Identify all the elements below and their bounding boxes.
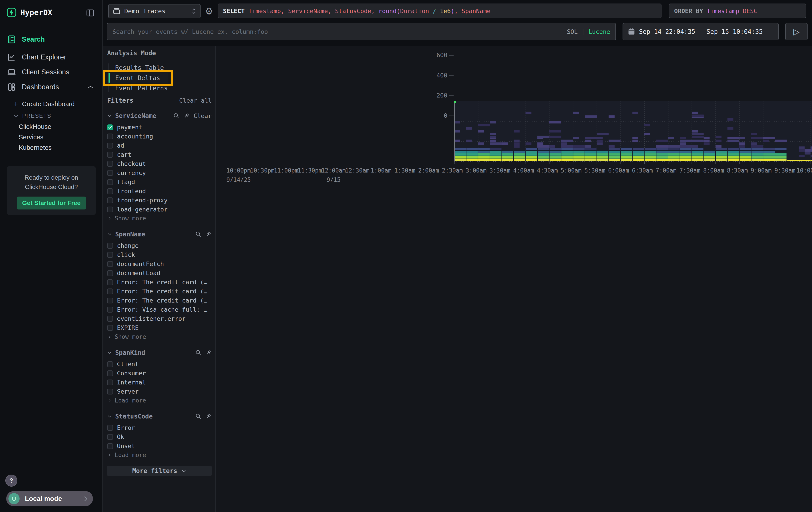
checkbox[interactable]	[107, 298, 113, 303]
checkbox[interactable]	[107, 307, 113, 313]
user-menu[interactable]: U Local mode	[6, 491, 93, 506]
filter-option-currency[interactable]: currency	[107, 168, 212, 178]
checkbox[interactable]	[107, 188, 113, 194]
filter-option-client[interactable]: Client	[107, 359, 212, 369]
checkbox[interactable]	[107, 434, 113, 440]
checkbox[interactable]	[107, 371, 113, 376]
pin-icon[interactable]	[205, 231, 212, 237]
analysis-option-results-table[interactable]: Results Table	[107, 62, 168, 73]
sidebar-item-client-sessions[interactable]: Client Sessions	[0, 66, 102, 79]
checkbox[interactable]	[107, 143, 113, 149]
filter-group-name[interactable]: SpanName	[115, 231, 192, 238]
checkbox[interactable]	[107, 325, 113, 331]
chevron-right-icon[interactable]	[107, 334, 112, 339]
clear-group-button[interactable]: Clear	[194, 112, 212, 119]
chevron-right-icon[interactable]	[107, 398, 112, 403]
source-selector[interactable]: Demo Traces	[108, 4, 201, 18]
checkbox[interactable]	[107, 425, 113, 431]
filter-option-flagd[interactable]: flagd	[107, 178, 212, 187]
filter-option-documentfetch[interactable]: documentFetch	[107, 259, 212, 268]
filter-option-checkout[interactable]: checkout	[107, 159, 212, 168]
show-more-button[interactable]: Show more	[107, 332, 212, 341]
clear-all-button[interactable]: Clear all	[179, 97, 212, 104]
checkbox[interactable]	[107, 289, 113, 294]
checkbox[interactable]	[107, 152, 113, 158]
checkbox[interactable]	[107, 207, 113, 212]
search-input[interactable]: Search your events w/ Lucene ex. column:…	[107, 23, 616, 40]
pin-icon[interactable]	[205, 350, 212, 356]
filter-option-ok[interactable]: Ok	[107, 432, 212, 441]
checkbox[interactable]	[107, 316, 113, 322]
filter-option-error-the-credit-card-[interactable]: Error: The credit card (…	[107, 296, 212, 305]
filter-option-eventlistener-error[interactable]: eventListener.error	[107, 314, 212, 323]
chevron-down-icon[interactable]	[107, 350, 112, 355]
filter-option-error-the-credit-card-[interactable]: Error: The credit card (…	[107, 277, 212, 287]
filter-option-documentload[interactable]: documentLoad	[107, 268, 212, 277]
checkbox[interactable]	[107, 389, 113, 395]
filter-option-consumer[interactable]: Consumer	[107, 369, 212, 378]
filter-option-cart[interactable]: cart	[107, 150, 212, 159]
filter-option-frontend[interactable]: frontend	[107, 187, 212, 196]
chevron-down-icon[interactable]	[181, 468, 186, 474]
checkbox[interactable]	[107, 380, 113, 385]
filter-option-ad[interactable]: ad	[107, 141, 212, 150]
show-more-button[interactable]: Show more	[107, 214, 212, 223]
help-button[interactable]: ?	[5, 475, 17, 487]
search-icon[interactable]	[173, 113, 179, 119]
logo[interactable]: HyperDX	[7, 7, 52, 17]
pin-icon[interactable]	[205, 413, 212, 420]
checkbox[interactable]	[107, 252, 113, 258]
filter-option-error-visa-cache-full-[interactable]: Error: Visa cache full: …	[107, 305, 212, 314]
sidebar-collapse-icon[interactable]	[86, 9, 94, 17]
filter-option-click[interactable]: click	[107, 250, 212, 259]
load-more-button[interactable]: Load more	[107, 396, 212, 405]
filter-group-name[interactable]: SpanKind	[115, 349, 192, 356]
create-dashboard-button[interactable]: + Create Dashboard	[0, 99, 102, 109]
order-by-input[interactable]: ORDER BY Timestamp DESC	[669, 4, 806, 18]
chevron-down-icon[interactable]	[107, 414, 112, 419]
filter-option-server[interactable]: Server	[107, 387, 212, 396]
filter-option-change[interactable]: change	[107, 241, 212, 250]
sidebar-item-kubernetes[interactable]: Kubernetes	[0, 142, 102, 153]
lucene-mode-button[interactable]: Lucene	[588, 28, 610, 35]
checkbox[interactable]	[107, 161, 113, 167]
filter-option-frontend-proxy[interactable]: frontend-proxy	[107, 196, 212, 205]
checkbox[interactable]	[107, 361, 113, 367]
checkbox-checked[interactable]	[107, 125, 113, 130]
chevron-down-icon[interactable]	[107, 113, 112, 118]
gear-icon[interactable]: ⚙	[203, 5, 215, 17]
sidebar-item-search[interactable]: Search	[0, 33, 102, 46]
filter-group-name[interactable]: StatusCode	[115, 413, 192, 420]
filter-option-unset[interactable]: Unset	[107, 441, 212, 451]
checkbox[interactable]	[107, 443, 113, 449]
checkbox[interactable]	[107, 197, 113, 203]
filter-option-internal[interactable]: Internal	[107, 378, 212, 387]
chevron-down-icon[interactable]	[107, 232, 112, 237]
event-deltas-heatmap[interactable]	[454, 101, 812, 165]
load-more-button[interactable]: Load more	[107, 451, 212, 459]
analysis-option-event-deltas[interactable]: Event Deltas	[107, 73, 168, 83]
filter-option-accounting[interactable]: accounting	[107, 132, 212, 141]
time-range-picker[interactable]: Sep 14 22:04:35 - Sep 15 10:04:35	[622, 23, 779, 40]
filter-group-name[interactable]: ServiceName	[115, 112, 170, 119]
checkbox[interactable]	[107, 279, 113, 285]
sidebar-item-clickhouse[interactable]: ClickHouse	[0, 121, 102, 132]
checkbox[interactable]	[107, 179, 113, 185]
select-query-input[interactable]: SELECT Timestamp, ServiceName, StatusCod…	[218, 4, 662, 18]
search-icon[interactable]	[195, 231, 201, 237]
checkbox[interactable]	[107, 261, 113, 267]
checkbox[interactable]	[107, 243, 113, 249]
run-query-button[interactable]: ▷	[785, 23, 808, 40]
sidebar-item-chart-explorer[interactable]: Chart Explorer	[0, 51, 102, 64]
search-icon[interactable]	[195, 413, 201, 420]
sidebar-item-dashboards[interactable]: Dashboards	[0, 81, 102, 93]
analysis-option-event-patterns[interactable]: Event Patterns	[107, 83, 168, 93]
presets-toggle[interactable]: PRESETS	[0, 110, 102, 121]
more-filters-button[interactable]: More filters	[107, 466, 212, 476]
pin-icon[interactable]	[183, 113, 190, 119]
checkbox[interactable]	[107, 270, 113, 276]
filter-option-payment[interactable]: payment	[107, 123, 212, 132]
search-icon[interactable]	[195, 350, 201, 356]
filter-option-error-the-credit-card-[interactable]: Error: The credit card (…	[107, 287, 212, 296]
chevron-right-icon[interactable]	[107, 216, 112, 221]
